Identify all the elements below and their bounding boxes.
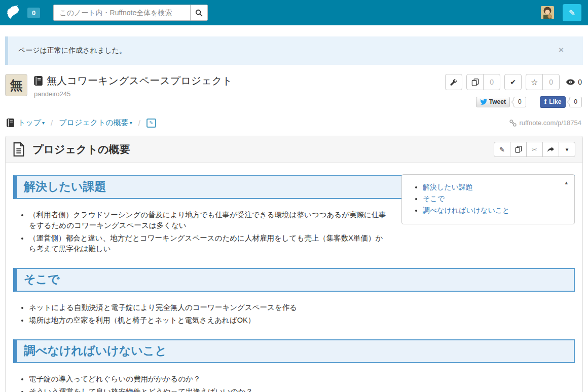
copy-note-button[interactable] [466, 74, 484, 90]
check-button[interactable]: ✔ [504, 74, 522, 90]
section-list-3: 電子錠の導入ってどれぐらいの費用がかかるのか？ そういう運営をして良い格安物件と… [13, 374, 575, 392]
star-group: ☆ 0 [526, 74, 560, 90]
view-counter: 0 [564, 78, 582, 86]
search-button[interactable] [190, 5, 208, 21]
eye-icon [566, 79, 575, 85]
note-owner: pandeiro245 [34, 90, 233, 98]
toc-item: そこで [423, 193, 567, 205]
note-header: 無 無人コワーキングスペースプロジェクト pandeiro245 [0, 69, 588, 108]
share-arrow-icon [547, 146, 555, 153]
edit-page-icon[interactable]: ✎ [146, 119, 156, 128]
collapse-toc-icon[interactable]: ▴ [565, 179, 568, 186]
flash-message: ページは正常に作成されました。 × [5, 36, 583, 65]
breadcrumb-separator: / [138, 119, 140, 127]
cut-button[interactable]: ✂ [526, 142, 543, 157]
search-icon [195, 9, 203, 17]
section-heading-2: そこで [13, 268, 575, 292]
star-icon: ☆ [531, 77, 538, 87]
note-actions: 0 ✔ ☆ 0 0 [445, 74, 582, 108]
chevron-down-icon[interactable]: ▾ [130, 120, 132, 126]
toc-item: 調べなければいけないこと [423, 205, 567, 216]
list-item: そういう運営をして良い格安物件とどうやって出逢えばいいのか？ [29, 386, 575, 392]
pencil-icon: ✎ [569, 8, 575, 18]
breadcrumb-separator: / [51, 119, 53, 127]
new-page-button[interactable]: ✎ [563, 4, 581, 21]
list-item: （運営側）都会と違い、地方だとコワーキングスペースのために人材雇用をしても売上（… [29, 233, 388, 254]
permalink-url: ruffnote.com/p/18754 [519, 119, 581, 127]
copy-count[interactable]: 0 [483, 74, 500, 90]
book-icon [7, 119, 14, 127]
page-content: ▴ 解決したい課題 そこで 調べなければいけないこと 解決したい課題 （利用者側… [6, 163, 582, 392]
copy-group: 0 [466, 74, 500, 90]
copy-icon [471, 79, 479, 86]
breadcrumb-root-label: トップ [18, 118, 41, 128]
flash-text: ページは正常に作成されました。 [18, 46, 126, 54]
check-icon: ✔ [510, 78, 516, 86]
settings-button[interactable] [445, 74, 462, 90]
move-button[interactable] [542, 142, 559, 157]
like-widget: f Like 0 [540, 96, 582, 108]
breadcrumb-current-link[interactable]: プロジェクトの概要 [59, 118, 128, 128]
like-button[interactable]: f Like [540, 96, 566, 108]
notification-badge[interactable]: 0 [27, 8, 40, 18]
permalink[interactable]: ruffnote.com/p/18754 [509, 119, 581, 127]
star-count[interactable]: 0 [542, 74, 560, 90]
wrench-icon [450, 79, 457, 86]
twitter-icon [480, 99, 487, 105]
scissors-icon: ✂ [532, 146, 537, 153]
pencil-icon: ✎ [499, 146, 505, 153]
section-list-2: ネットによる自動決済と電子錠により完全無人のコーワーキングスペースを作る 場所は… [13, 302, 575, 326]
view-count: 0 [578, 78, 582, 86]
note-title: 無人コワーキングスペースプロジェクト [47, 74, 233, 88]
avatar-image [541, 6, 554, 19]
tweet-count: 0 [513, 97, 526, 107]
caret-down-icon: ▾ [566, 146, 569, 153]
duplicate-button[interactable] [510, 142, 527, 157]
page-toolbar: ✎ ✂ ▾ [494, 142, 575, 157]
edit-button[interactable]: ✎ [494, 142, 510, 157]
toc-link-1[interactable]: 解決したい課題 [423, 183, 473, 191]
bird-logo-icon[interactable] [7, 5, 24, 20]
search-group [53, 5, 208, 21]
more-actions-button[interactable]: ▾ [559, 142, 575, 157]
search-input[interactable] [53, 5, 190, 21]
note-titles: 無人コワーキングスペースプロジェクト pandeiro245 [34, 74, 233, 108]
breadcrumb-current-label: プロジェクトの概要 [59, 118, 128, 128]
table-of-contents: ▴ 解決したい課題 そこで 調べなければいけないこと [401, 174, 575, 224]
tweet-label: Tweet [489, 98, 506, 105]
page-title: プロジェクトの概要 [32, 142, 130, 156]
star-button[interactable]: ☆ [526, 74, 543, 90]
toc-item: 解決したい課題 [423, 181, 567, 193]
list-item: 場所は地方の空家を利用（机と椅子とネットと電気さえあればOK） [29, 315, 575, 326]
list-item: 電子錠の導入ってどれぐらいの費用がかかるのか？ [29, 374, 575, 384]
page-panel: プロジェクトの概要 ✎ ✂ ▾ [5, 136, 583, 392]
toc-link-2[interactable]: そこで [423, 194, 445, 203]
page-panel-header: プロジェクトの概要 ✎ ✂ ▾ [6, 136, 582, 163]
tweet-button[interactable]: Tweet [476, 97, 510, 107]
breadcrumb: トップ ▾ / プロジェクトの概要 ▾ / ✎ ruffnote.com/p/1… [0, 108, 588, 135]
like-label: Like [549, 98, 561, 105]
section-heading-3: 調べなければいけないこと [13, 339, 575, 363]
user-avatar[interactable] [541, 6, 554, 19]
copy-icon [515, 146, 522, 153]
chevron-down-icon[interactable]: ▾ [42, 120, 45, 126]
list-item: ネットによる自動決済と電子錠により完全無人のコーワーキングスペースを作る [29, 302, 575, 313]
facebook-icon: f [544, 98, 547, 106]
book-icon [34, 76, 43, 86]
like-count: 0 [569, 97, 582, 107]
topbar: 0 ✎ [0, 0, 588, 25]
toc-link-3[interactable]: 調べなければいけないこと [423, 206, 510, 214]
link-icon [509, 120, 517, 127]
tweet-widget: Tweet 0 [476, 97, 526, 107]
close-icon[interactable]: × [559, 45, 564, 55]
breadcrumb-root-link[interactable]: トップ [7, 118, 41, 128]
note-thumbnail[interactable]: 無 [5, 74, 27, 96]
list-item: （利用者側）クラウドソーシングの普及により地方でも仕事が受注できる環境は整いつつ… [29, 210, 388, 231]
section-list-1: （利用者側）クラウドソーシングの普及により地方でも仕事が受注できる環境は整いつつ… [13, 210, 388, 254]
document-icon [13, 142, 25, 156]
